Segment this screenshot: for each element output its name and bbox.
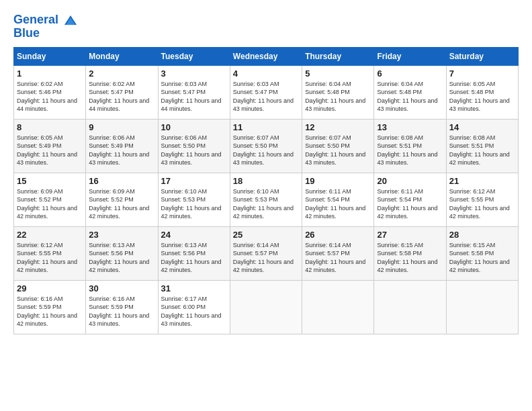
day-cell: 14 Sunrise: 6:08 AM Sunset: 5:51 PM Dayl… [446, 119, 518, 173]
day-info: Sunrise: 6:14 AM Sunset: 5:57 PM Dayligh… [305, 241, 371, 275]
logo: General Blue [13, 13, 78, 40]
day-cell: 29 Sunrise: 6:16 AM Sunset: 5:59 PM Dayl… [14, 280, 86, 334]
day-number: 30 [89, 283, 154, 293]
day-number: 19 [305, 176, 371, 186]
day-info: Sunrise: 6:15 AM Sunset: 5:58 PM Dayligh… [377, 241, 443, 275]
day-number: 11 [233, 122, 299, 132]
day-number: 6 [377, 68, 443, 79]
day-info: Sunrise: 6:12 AM Sunset: 5:55 PM Dayligh… [449, 187, 515, 221]
day-cell: 4 Sunrise: 6:03 AM Sunset: 5:47 PM Dayli… [230, 65, 302, 119]
weekday-header-thursday: Thursday [302, 47, 374, 65]
day-cell: 3 Sunrise: 6:03 AM Sunset: 5:47 PM Dayli… [158, 65, 230, 119]
day-number: 21 [449, 176, 515, 186]
day-cell [446, 280, 518, 334]
day-cell: 13 Sunrise: 6:08 AM Sunset: 5:51 PM Dayl… [374, 119, 446, 173]
day-info: Sunrise: 6:06 AM Sunset: 5:50 PM Dayligh… [161, 134, 227, 167]
day-cell: 8 Sunrise: 6:05 AM Sunset: 5:49 PM Dayli… [14, 119, 86, 173]
weekday-header-wednesday: Wednesday [230, 47, 302, 65]
day-number: 22 [17, 230, 83, 240]
page-header: General Blue [13, 13, 519, 40]
day-number: 16 [89, 176, 154, 186]
day-number: 24 [161, 230, 227, 240]
weekday-header-tuesday: Tuesday [158, 47, 230, 65]
day-number: 20 [377, 176, 443, 186]
logo-text: General [13, 13, 78, 27]
day-cell: 30 Sunrise: 6:16 AM Sunset: 5:59 PM Dayl… [86, 280, 158, 334]
day-cell: 15 Sunrise: 6:09 AM Sunset: 5:52 PM Dayl… [14, 173, 86, 226]
week-row-2: 8 Sunrise: 6:05 AM Sunset: 5:49 PM Dayli… [14, 119, 519, 173]
week-row-3: 15 Sunrise: 6:09 AM Sunset: 5:52 PM Dayl… [14, 173, 519, 226]
day-cell: 9 Sunrise: 6:06 AM Sunset: 5:49 PM Dayli… [86, 119, 158, 173]
day-cell: 11 Sunrise: 6:07 AM Sunset: 5:50 PM Dayl… [230, 119, 302, 173]
day-info: Sunrise: 6:13 AM Sunset: 5:56 PM Dayligh… [161, 241, 227, 275]
day-cell: 20 Sunrise: 6:11 AM Sunset: 5:54 PM Dayl… [374, 173, 446, 226]
day-cell: 6 Sunrise: 6:04 AM Sunset: 5:48 PM Dayli… [374, 65, 446, 119]
day-cell: 26 Sunrise: 6:14 AM Sunset: 5:57 PM Dayl… [302, 226, 374, 280]
day-number: 1 [17, 68, 83, 79]
day-number: 31 [161, 283, 227, 293]
day-cell [302, 280, 374, 334]
day-cell: 24 Sunrise: 6:13 AM Sunset: 5:56 PM Dayl… [158, 226, 230, 280]
weekday-header-friday: Friday [374, 47, 446, 65]
day-number: 2 [89, 68, 154, 79]
weekday-header-sunday: Sunday [14, 47, 86, 65]
day-number: 13 [377, 122, 443, 132]
day-number: 10 [161, 122, 227, 132]
day-info: Sunrise: 6:13 AM Sunset: 5:56 PM Dayligh… [89, 241, 154, 275]
day-info: Sunrise: 6:10 AM Sunset: 5:53 PM Dayligh… [161, 187, 227, 221]
day-cell: 12 Sunrise: 6:07 AM Sunset: 5:50 PM Dayl… [302, 119, 374, 173]
day-number: 3 [161, 68, 227, 79]
day-number: 23 [89, 230, 154, 240]
weekday-header-monday: Monday [86, 47, 158, 65]
day-cell: 17 Sunrise: 6:10 AM Sunset: 5:53 PM Dayl… [158, 173, 230, 226]
day-cell [374, 280, 446, 334]
logo-blue: Blue [13, 27, 78, 40]
day-cell: 16 Sunrise: 6:09 AM Sunset: 5:52 PM Dayl… [86, 173, 158, 226]
day-number: 12 [305, 122, 371, 132]
day-cell: 10 Sunrise: 6:06 AM Sunset: 5:50 PM Dayl… [158, 119, 230, 173]
day-info: Sunrise: 6:07 AM Sunset: 5:50 PM Dayligh… [233, 134, 299, 167]
day-cell: 27 Sunrise: 6:15 AM Sunset: 5:58 PM Dayl… [374, 226, 446, 280]
day-info: Sunrise: 6:17 AM Sunset: 6:00 PM Dayligh… [161, 295, 227, 328]
week-row-5: 29 Sunrise: 6:16 AM Sunset: 5:59 PM Dayl… [14, 280, 519, 334]
day-info: Sunrise: 6:16 AM Sunset: 5:59 PM Dayligh… [89, 295, 154, 328]
day-number: 27 [377, 230, 443, 240]
day-info: Sunrise: 6:05 AM Sunset: 5:48 PM Dayligh… [449, 80, 515, 113]
day-info: Sunrise: 6:04 AM Sunset: 5:48 PM Dayligh… [377, 80, 443, 113]
day-info: Sunrise: 6:02 AM Sunset: 5:47 PM Dayligh… [89, 80, 154, 113]
day-info: Sunrise: 6:14 AM Sunset: 5:57 PM Dayligh… [233, 241, 299, 275]
day-cell: 5 Sunrise: 6:04 AM Sunset: 5:48 PM Dayli… [302, 65, 374, 119]
day-cell: 19 Sunrise: 6:11 AM Sunset: 5:54 PM Dayl… [302, 173, 374, 226]
day-number: 28 [449, 230, 515, 240]
day-number: 14 [449, 122, 515, 132]
weekday-header-row: SundayMondayTuesdayWednesdayThursdayFrid… [14, 47, 519, 65]
day-info: Sunrise: 6:15 AM Sunset: 5:58 PM Dayligh… [449, 241, 515, 275]
day-cell: 21 Sunrise: 6:12 AM Sunset: 5:55 PM Dayl… [446, 173, 518, 226]
day-number: 26 [305, 230, 371, 240]
day-number: 25 [233, 230, 299, 240]
day-cell: 2 Sunrise: 6:02 AM Sunset: 5:47 PM Dayli… [86, 65, 158, 119]
week-row-4: 22 Sunrise: 6:12 AM Sunset: 5:55 PM Dayl… [14, 226, 519, 280]
day-info: Sunrise: 6:09 AM Sunset: 5:52 PM Dayligh… [89, 187, 154, 221]
day-cell: 23 Sunrise: 6:13 AM Sunset: 5:56 PM Dayl… [86, 226, 158, 280]
day-number: 4 [233, 68, 299, 79]
day-cell [230, 280, 302, 334]
day-cell: 1 Sunrise: 6:02 AM Sunset: 5:46 PM Dayli… [14, 65, 86, 119]
day-info: Sunrise: 6:08 AM Sunset: 5:51 PM Dayligh… [377, 134, 443, 167]
day-info: Sunrise: 6:03 AM Sunset: 5:47 PM Dayligh… [161, 80, 227, 113]
day-number: 18 [233, 176, 299, 186]
calendar-table: SundayMondayTuesdayWednesdayThursdayFrid… [13, 47, 519, 334]
day-number: 15 [17, 176, 83, 186]
day-info: Sunrise: 6:09 AM Sunset: 5:52 PM Dayligh… [17, 187, 83, 221]
day-info: Sunrise: 6:03 AM Sunset: 5:47 PM Dayligh… [233, 80, 299, 113]
day-info: Sunrise: 6:10 AM Sunset: 5:53 PM Dayligh… [233, 187, 299, 221]
day-info: Sunrise: 6:08 AM Sunset: 5:51 PM Dayligh… [449, 134, 515, 167]
day-info: Sunrise: 6:05 AM Sunset: 5:49 PM Dayligh… [17, 134, 83, 167]
day-info: Sunrise: 6:11 AM Sunset: 5:54 PM Dayligh… [377, 187, 443, 221]
day-cell: 31 Sunrise: 6:17 AM Sunset: 6:00 PM Dayl… [158, 280, 230, 334]
weekday-header-saturday: Saturday [446, 47, 518, 65]
day-info: Sunrise: 6:06 AM Sunset: 5:49 PM Dayligh… [89, 134, 154, 167]
day-number: 7 [449, 68, 515, 79]
day-info: Sunrise: 6:04 AM Sunset: 5:48 PM Dayligh… [305, 80, 371, 113]
day-cell: 28 Sunrise: 6:15 AM Sunset: 5:58 PM Dayl… [446, 226, 518, 280]
